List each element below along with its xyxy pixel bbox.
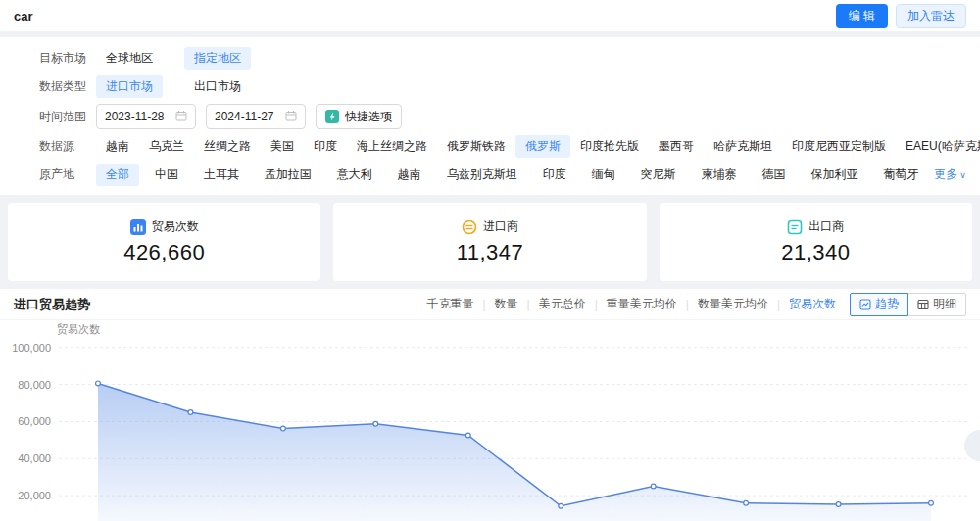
data-point[interactable]: [96, 381, 101, 386]
filter-option[interactable]: 德国: [752, 164, 795, 186]
filter-row-target-market: 目标市场 全球地区指定地区: [0, 44, 980, 72]
quick-options-label: 快捷选项: [345, 109, 392, 125]
svg-text:40,000: 40,000: [18, 452, 51, 464]
filter-option[interactable]: 指定地区: [184, 47, 251, 70]
top-bar: car 编 辑 加入雷达: [0, 0, 980, 31]
filter-option[interactable]: 越南: [388, 164, 431, 186]
end-date-input[interactable]: 2024-11-27: [206, 104, 306, 129]
page-title: car: [14, 9, 33, 24]
stat-cards: 贸易次数 426,660 进口商 11,347 出口商 21,340: [8, 203, 972, 281]
stat-label: 贸易次数: [152, 218, 199, 235]
bar-chart-icon: [130, 219, 146, 235]
data-point[interactable]: [744, 500, 749, 505]
filter-option[interactable]: 越南: [96, 135, 139, 158]
stat-card-head: 出口商: [787, 218, 844, 235]
metric-link[interactable]: 贸易次数: [789, 296, 836, 312]
data-point[interactable]: [280, 426, 285, 431]
filter-row-origin: 原产地 全部中国土耳其孟加拉国意大利越南乌兹别克斯坦印度缅甸突尼斯柬埔寨德国保加…: [0, 161, 980, 189]
filter-option[interactable]: 海上丝绸之路: [347, 135, 437, 158]
filter-option[interactable]: 俄罗斯: [515, 135, 570, 158]
data-source-label: 数据源: [39, 138, 96, 155]
y-axis-title: 贸易次数: [57, 323, 100, 335]
calendar-icon: [285, 110, 297, 124]
filter-option[interactable]: 墨西哥: [649, 135, 704, 158]
filter-option[interactable]: EAEU(哈萨克斯坦): [896, 135, 980, 158]
stat-label: 出口商: [808, 218, 844, 235]
filter-option[interactable]: 乌兹别克斯坦: [437, 164, 527, 186]
filter-option[interactable]: 柬埔寨: [692, 164, 747, 186]
filter-option[interactable]: 俄罗斯铁路: [437, 135, 515, 158]
metric-link[interactable]: 数量: [495, 296, 518, 312]
data-type-options: 进口市场出口市场: [96, 75, 251, 98]
trend-view-icon: [859, 299, 871, 310]
origin-options: 全部中国土耳其孟加拉国意大利越南乌兹别克斯坦印度缅甸突尼斯柬埔寨德国保加利亚葡萄…: [96, 164, 966, 186]
filter-option[interactable]: 哈萨克斯坦: [704, 135, 782, 158]
filter-option[interactable]: 印度尼西亚定制版: [782, 135, 896, 158]
end-date-value: 2024-11-27: [215, 110, 274, 123]
data-point[interactable]: [929, 500, 934, 505]
data-point[interactable]: [836, 502, 841, 507]
filter-row-data-source: 数据源 越南乌克兰丝绸之路美国印度海上丝绸之路俄罗斯铁路俄罗斯印度抢先版墨西哥哈…: [0, 132, 980, 161]
trend-view-button[interactable]: 趋势: [850, 293, 908, 316]
svg-text:80,000: 80,000: [18, 379, 51, 391]
filter-option[interactable]: 美国: [261, 135, 304, 158]
data-point[interactable]: [373, 421, 378, 426]
stat-card-importers: 进口商 11,347: [333, 203, 646, 281]
data-point[interactable]: [651, 484, 656, 489]
filter-option[interactable]: 保加利亚: [801, 164, 867, 186]
filter-option[interactable]: 土耳其: [194, 164, 249, 186]
filter-option[interactable]: 印度: [533, 164, 576, 186]
data-point[interactable]: [188, 410, 193, 415]
stat-card-head: 进口商: [462, 218, 518, 235]
metric-link[interactable]: 重量美元均价: [607, 296, 677, 312]
target-market-label: 目标市场: [39, 50, 96, 67]
importer-icon: [462, 219, 477, 235]
trend-line-chart: 贸易次数 020,00040,00060,00080,000100,000 20…: [0, 320, 980, 521]
metric-link[interactable]: 美元总价: [539, 296, 586, 312]
filter-option[interactable]: 进口市场: [96, 75, 163, 98]
filter-option[interactable]: 出口市场: [184, 75, 251, 98]
metric-link[interactable]: 千克重量: [426, 296, 473, 312]
metric-link[interactable]: 数量美元均价: [698, 296, 768, 312]
stat-value: 426,660: [123, 240, 205, 265]
filter-option[interactable]: 全部: [96, 164, 139, 186]
trend-view-label: 趋势: [875, 296, 899, 312]
filter-option[interactable]: 印度抢先版: [570, 135, 649, 158]
metric-separator: |: [686, 298, 689, 311]
start-date-value: 2023-11-28: [105, 110, 165, 123]
data-point[interactable]: [559, 503, 564, 508]
trend-header: 进口贸易趋势 千克重量|数量|美元总价|重量美元均价|数量美元均价|贸易次数 趋…: [0, 289, 980, 320]
filter-option[interactable]: 乌克兰: [139, 135, 194, 158]
add-radar-button[interactable]: 加入雷达: [896, 4, 966, 28]
more-link[interactable]: 更多∨: [934, 166, 966, 183]
trend-chart-body: 贸易次数 020,00040,00060,00080,000100,000 20…: [0, 320, 980, 521]
metric-separator: |: [527, 298, 530, 311]
exporter-icon: [787, 219, 803, 235]
data-source-options: 越南乌克兰丝绸之路美国印度海上丝绸之路俄罗斯铁路俄罗斯印度抢先版墨西哥哈萨克斯坦…: [96, 135, 980, 158]
data-type-label: 数据类型: [39, 78, 96, 95]
filter-option[interactable]: 中国: [145, 164, 188, 186]
edit-button[interactable]: 编 辑: [836, 4, 888, 28]
metric-separator: |: [777, 298, 780, 311]
chart-series: [96, 381, 934, 521]
svg-text:20,000: 20,000: [18, 490, 51, 501]
svg-text:60,000: 60,000: [18, 415, 51, 427]
filter-option[interactable]: 突尼斯: [631, 164, 686, 186]
filter-panel: 目标市场 全球地区指定地区 数据类型 进口市场出口市场 时间范围 2023-11…: [0, 37, 980, 195]
filter-option[interactable]: 缅甸: [582, 164, 625, 186]
detail-view-button[interactable]: 明细: [907, 293, 966, 316]
filter-option[interactable]: 葡萄牙: [873, 164, 928, 186]
start-date-input[interactable]: 2023-11-28: [96, 104, 196, 129]
stat-label: 进口商: [483, 218, 518, 235]
quick-options-button[interactable]: 快捷选项: [316, 104, 402, 129]
origin-label: 原产地: [39, 166, 96, 183]
filter-option[interactable]: 意大利: [327, 164, 382, 186]
metric-separator: |: [595, 298, 598, 311]
metric-separator: |: [482, 298, 485, 311]
top-actions: 编 辑 加入雷达: [836, 4, 966, 28]
filter-option[interactable]: 丝绸之路: [194, 135, 261, 158]
filter-option[interactable]: 孟加拉国: [255, 164, 321, 186]
data-point[interactable]: [466, 433, 470, 438]
filter-option[interactable]: 全球地区: [96, 47, 163, 70]
filter-option[interactable]: 印度: [304, 135, 347, 158]
